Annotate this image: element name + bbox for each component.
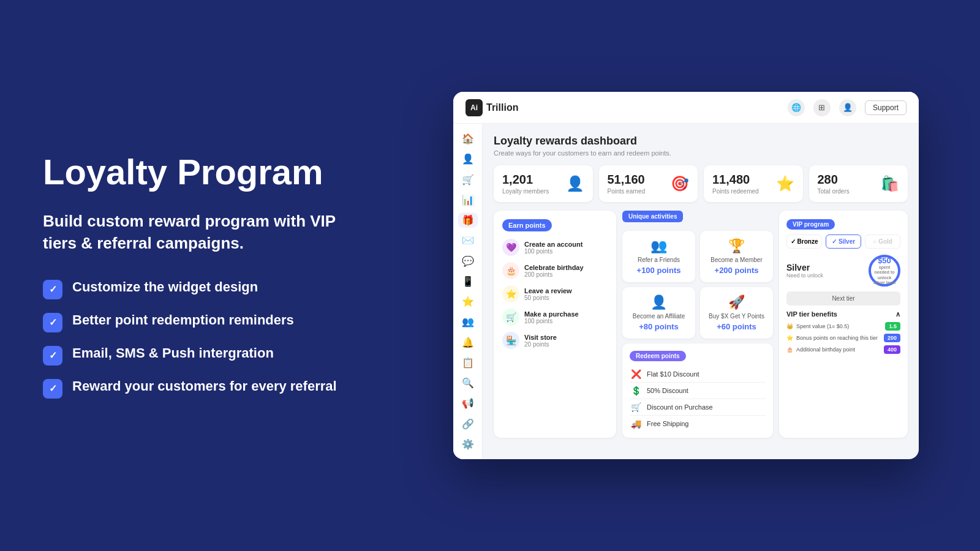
benefit-label: Additional birthday point: [796, 347, 855, 353]
avatar[interactable]: 👤: [839, 99, 856, 116]
earn-item-icon: 🏪: [502, 332, 519, 349]
activity-icon: 🚀: [728, 294, 745, 310]
stat-icon-redeemed: ⭐: [776, 175, 794, 192]
page-subtitle: Create ways for your customers to earn a…: [494, 149, 908, 157]
sidebar-star-icon[interactable]: ⭐: [458, 294, 478, 309]
activities-row-bottom: 👤 Become an Affiliate +80 points 🚀 Buy $…: [622, 287, 773, 339]
stat-number: 280: [818, 173, 850, 187]
stat-icon-members: 👤: [566, 175, 584, 192]
vip-progress-circle: $50 spentneeded to unlockSilver level: [869, 255, 900, 287]
earn-item-text: Make a purchase 100 points: [524, 310, 579, 324]
vip-tiers: ✓Bronze ✓Silver ○Gold: [786, 234, 900, 249]
sidebar-home-icon[interactable]: 🏠: [458, 131, 478, 146]
earn-item-name: Celebrate birthday: [524, 264, 584, 271]
earn-item-name: Leave a review: [524, 287, 572, 294]
earn-item-pts: 200 points: [524, 271, 584, 278]
stat-info: 1,201 Loyalty members: [502, 173, 549, 195]
logo-text: Trillion: [486, 102, 518, 113]
redeem-item-text: Flat $10 Discount: [647, 370, 699, 378]
main-content: 🏠 👤 🛒 📊 🎁 ✉️ 💬 📱 ⭐ 👥 🔔 📋 🔍 📢 🔗 ⚙️ Loy: [453, 124, 919, 459]
activity-name: Become an Affiliate: [633, 313, 685, 320]
activity-name: Buy $X Get Y Points: [709, 313, 764, 320]
stat-label: Points redeemed: [712, 188, 759, 195]
benefit-badge: 1.5: [885, 322, 900, 331]
sidebar-settings-icon[interactable]: ⚙️: [458, 437, 478, 452]
earn-item-name: Create an account: [524, 241, 582, 248]
activities-row-top: 👥 Refer a Friends +100 points 🏆 Become a…: [622, 231, 773, 282]
chevron-up-icon: ∧: [895, 310, 900, 318]
logo-icon: Ai: [466, 99, 483, 116]
list-item: ✓ Email, SMS & Push intergration: [43, 345, 349, 365]
list-item: ✓ Reward your customers for every referr…: [43, 378, 349, 399]
next-tier-button[interactable]: Next tier: [786, 291, 900, 305]
stat-number: 1,201: [502, 173, 549, 187]
feature-label: Email, SMS & Push intergration: [72, 345, 274, 362]
flag-icon[interactable]: 🌐: [788, 99, 805, 116]
two-col-layout: Earn points 💜 Create an account 100 poin…: [494, 211, 908, 438]
benefit-label: Spent value (1= $0.5): [796, 323, 849, 329]
earn-item-icon: 💜: [502, 239, 519, 256]
benefit-left: ⭐ Bonus points on reaching this tier: [786, 335, 878, 341]
right-panel: Ai Trillion 🌐 ⊞ 👤 Support 🏠 👤 🛒 📊 🎁 ✉️: [392, 80, 980, 471]
earn-item-icon: ⭐: [502, 285, 519, 302]
benefit-badge: 200: [884, 334, 900, 342]
benefit-left: 🎂 Additional birthday point: [786, 347, 855, 353]
support-button[interactable]: Support: [865, 100, 907, 115]
activity-icon: 👥: [650, 238, 667, 254]
earn-item-text: Leave a review 50 points: [524, 287, 572, 301]
sidebar-speaker-icon[interactable]: 📢: [458, 395, 478, 411]
vip-benefits-title: VIP tier benefits ∧: [786, 310, 900, 318]
earn-item-pts: 100 points: [524, 318, 579, 324]
check-icon: ✓: [43, 379, 62, 399]
vip-circle-sub: spentneeded to unlockSilver level: [871, 265, 898, 286]
redeem-item: 🛒 Discount on Purchase: [630, 399, 766, 416]
earn-item: ⭐ Leave a review 50 points: [502, 285, 608, 302]
vip-tier-gold[interactable]: ○Gold: [865, 234, 900, 249]
vip-badge: VIP program: [786, 219, 835, 230]
sidebar-gift-icon[interactable]: 🎁: [458, 212, 478, 228]
grid-icon[interactable]: ⊞: [813, 99, 831, 116]
benefit-icon: 🎂: [786, 347, 793, 353]
feature-label: Customize the widget design: [72, 279, 258, 296]
stat-info: 11,480 Points redeemed: [712, 173, 759, 195]
redeem-icon-purchase: 🛒: [630, 402, 642, 412]
sidebar-whatsapp-icon[interactable]: 📱: [458, 274, 478, 289]
unique-badge: Unique activities: [622, 211, 683, 222]
activity-points: +80 points: [639, 322, 679, 331]
vip-tier-silver[interactable]: ✓Silver: [826, 234, 861, 249]
sidebar-user-icon[interactable]: 👤: [458, 151, 478, 167]
feature-label: Reward your customers for every referral: [72, 378, 337, 395]
sidebar-mail-icon[interactable]: ✉️: [458, 233, 478, 248]
topbar: Ai Trillion 🌐 ⊞ 👤 Support: [453, 92, 919, 124]
sidebar-copy-icon[interactable]: 📋: [458, 355, 478, 370]
topbar-right: 🌐 ⊞ 👤 Support: [788, 99, 907, 116]
sidebar-search-icon[interactable]: 🔍: [458, 375, 478, 391]
sidebar-group-icon[interactable]: 👥: [458, 314, 478, 329]
earn-item-name: Make a purchase: [524, 310, 579, 318]
vip-current-tier: Silver: [786, 263, 823, 272]
earn-item-icon: 🎂: [502, 262, 519, 279]
stat-card-redeemed: 11,480 Points redeemed ⭐: [704, 165, 803, 202]
check-icon: ✓: [43, 313, 62, 332]
vip-tier-info: Silver Need to unlock: [786, 263, 823, 279]
redeem-icon-discount10: ❌: [630, 369, 642, 379]
activity-card-refer: 👥 Refer a Friends +100 points: [622, 231, 695, 282]
earn-item-text: Create an account 100 points: [524, 241, 582, 255]
dashboard-window: Ai Trillion 🌐 ⊞ 👤 Support 🏠 👤 🛒 📊 🎁 ✉️: [453, 92, 919, 459]
sidebar-chat-icon[interactable]: 💬: [458, 253, 478, 269]
list-item: ✓ Customize the widget design: [43, 279, 349, 299]
activity-name: Become a Member: [710, 257, 762, 263]
redeem-item-text: 50% Discount: [647, 387, 688, 394]
vip-card: VIP program ✓Bronze ✓Silver ○Gold: [779, 211, 908, 438]
sidebar-bell-icon[interactable]: 🔔: [458, 335, 478, 350]
page-content: Loyalty rewards dashboard Create ways fo…: [483, 124, 919, 459]
logo: Ai Trillion: [466, 99, 518, 116]
benefit-icon: 👑: [786, 323, 793, 329]
sidebar-network-icon[interactable]: 🔗: [458, 416, 478, 432]
stat-number: 11,480: [712, 173, 759, 187]
benefit-label: Bonus points on reaching this tier: [796, 335, 878, 341]
sidebar-chart-icon[interactable]: 📊: [458, 192, 478, 208]
stat-info: 51,160 Points earned: [608, 173, 646, 195]
sidebar-cart-icon[interactable]: 🛒: [458, 172, 478, 187]
vip-tier-bronze[interactable]: ✓Bronze: [786, 234, 822, 249]
